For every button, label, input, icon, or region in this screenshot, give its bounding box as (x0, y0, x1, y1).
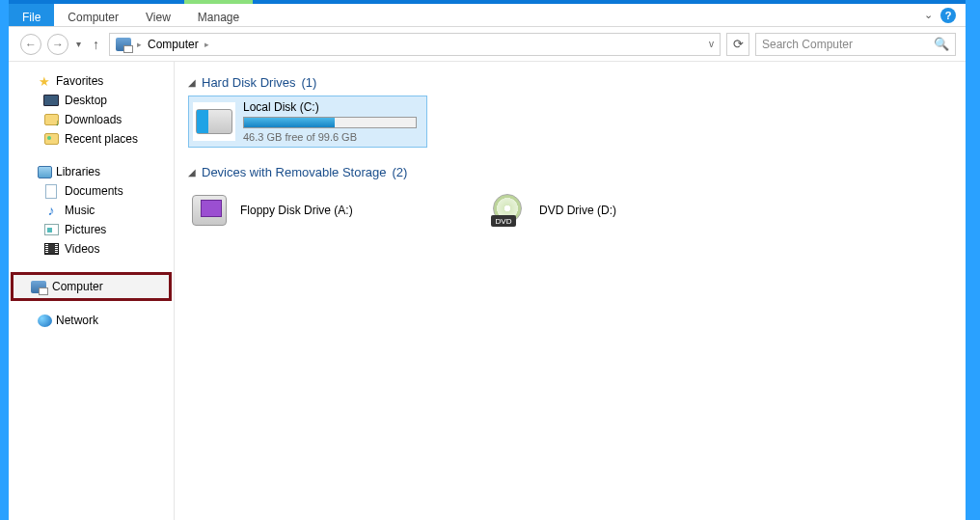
navigation-pane: ★ Favorites Desktop Downloads Recent pla… (9, 62, 175, 520)
sidebar-item-music[interactable]: ♪ Music (9, 201, 174, 220)
sidebar-item-videos[interactable]: Videos (9, 239, 174, 259)
sidebar-item-downloads[interactable]: Downloads (9, 110, 174, 129)
recent-locations-icon[interactable]: ▾ (74, 39, 83, 49)
help-icon[interactable]: ? (940, 8, 956, 23)
forward-button[interactable]: → (47, 34, 68, 55)
sidebar-item-label: Downloads (65, 113, 122, 126)
network-icon (38, 315, 52, 327)
navigation-bar: ← → ▾ ↑ ▸ Computer ▸ v ⟳ 🔍 (9, 27, 966, 62)
sidebar-item-pictures[interactable]: Pictures (9, 220, 174, 239)
tab-computer[interactable]: Computer (54, 4, 132, 26)
sidebar-item-recent-places[interactable]: Recent places (9, 129, 174, 149)
sidebar-item-label: Recent places (65, 132, 138, 146)
ribbon-minimize-icon[interactable]: ⌄ (924, 9, 933, 21)
desktop-icon (43, 95, 59, 106)
search-icon[interactable]: 🔍 (934, 37, 949, 51)
floppy-drive-icon (192, 195, 227, 226)
favorites-label: Favorites (56, 74, 103, 88)
address-bar[interactable]: ▸ Computer ▸ v (109, 33, 721, 56)
favorites-header[interactable]: ★ Favorites (9, 71, 174, 91)
hard-drive-icon (196, 109, 232, 134)
device-label: DVD Drive (D:) (539, 204, 616, 217)
drive-name: Local Disk (C:) (243, 100, 422, 114)
favorites-group: ★ Favorites Desktop Downloads Recent pla… (9, 71, 174, 149)
tab-view[interactable]: View (132, 4, 184, 26)
hdd-section-header[interactable]: ◢ Hard Disk Drives (1) (188, 71, 952, 96)
removable-section-header[interactable]: ◢ Devices with Removable Storage (2) (188, 161, 952, 185)
downloads-icon (44, 114, 59, 125)
sidebar-item-label: Desktop (65, 94, 107, 107)
sidebar-item-label: Documents (65, 184, 123, 198)
recent-places-icon (44, 133, 59, 145)
sidebar-item-desktop[interactable]: Desktop (9, 91, 174, 110)
capacity-bar (243, 117, 417, 128)
music-icon: ♪ (43, 203, 59, 218)
collapse-icon[interactable]: ◢ (188, 167, 196, 178)
sidebar-item-label: Music (65, 204, 95, 217)
ribbon-tabs: File Computer View Manage ⌄ ? (9, 4, 966, 27)
sidebar-item-label: Videos (65, 242, 99, 256)
explorer-window: File Computer View Manage ⌄ ? ← → ▾ ↑ ▸ … (9, 0, 966, 520)
device-label: Floppy Disk Drive (A:) (240, 204, 353, 217)
libraries-icon (38, 166, 52, 178)
libraries-header[interactable]: Libraries (9, 162, 174, 181)
back-button[interactable]: ← (20, 34, 41, 55)
address-history-icon[interactable]: v (709, 39, 714, 49)
documents-icon (45, 184, 57, 199)
search-input[interactable] (762, 38, 926, 51)
libraries-group: Libraries Documents ♪ Music Pictures Vid… (9, 162, 174, 259)
collapse-icon[interactable]: ◢ (188, 77, 196, 88)
breadcrumb-separator-icon[interactable]: ▸ (137, 40, 142, 49)
section-count: (2) (392, 165, 407, 179)
pictures-icon (44, 224, 59, 235)
section-title: Devices with Removable Storage (202, 165, 386, 179)
up-button[interactable]: ↑ (89, 37, 103, 52)
drive-floppy-a[interactable]: Floppy Disk Drive (A:) (188, 191, 429, 230)
sidebar-item-network[interactable]: Network (9, 311, 174, 330)
content-pane: ◢ Hard Disk Drives (1) Local Disk (C:) 4… (175, 62, 966, 520)
sidebar-item-computer[interactable]: Computer (11, 272, 172, 301)
breadcrumb-separator-icon[interactable]: ▸ (204, 40, 209, 49)
section-title: Hard Disk Drives (202, 75, 296, 90)
computer-icon (31, 281, 46, 293)
libraries-label: Libraries (56, 165, 100, 178)
drive-local-disk-c[interactable]: Local Disk (C:) 46.3 GB free of 99.6 GB (188, 96, 427, 148)
drive-free-text: 46.3 GB free of 99.6 GB (243, 131, 422, 143)
drive-dvd-d[interactable]: DVD DVD Drive (D:) (487, 191, 728, 230)
search-box[interactable]: 🔍 (755, 33, 956, 56)
section-count: (1) (302, 75, 317, 90)
refresh-button[interactable]: ⟳ (726, 33, 749, 56)
sidebar-item-documents[interactable]: Documents (9, 181, 174, 201)
file-tab[interactable]: File (9, 4, 54, 26)
sidebar-item-label: Computer (52, 280, 103, 293)
star-icon: ★ (37, 73, 52, 89)
computer-icon (116, 38, 131, 51)
dvd-drive-icon: DVD (491, 194, 526, 227)
sidebar-item-label: Pictures (65, 223, 106, 236)
videos-icon (44, 243, 59, 255)
breadcrumb-location[interactable]: Computer (148, 38, 199, 51)
tab-manage[interactable]: Manage (184, 4, 253, 26)
sidebar-item-label: Network (56, 314, 98, 327)
